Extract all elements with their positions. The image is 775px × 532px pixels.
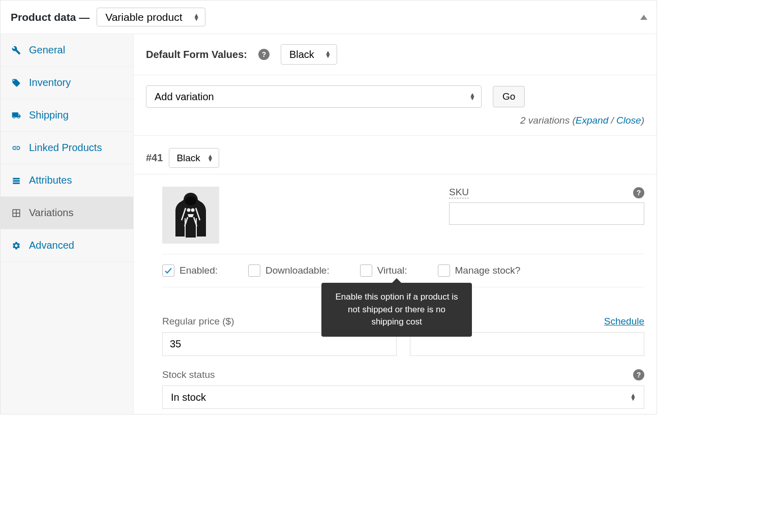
default-form-values-row: Default Form Values: ? Black ▲▼: [134, 34, 657, 75]
check-label: Downloadable:: [265, 265, 330, 276]
check-manage-stock: Manage stock?: [438, 264, 521, 277]
virtual-tooltip: Enable this option if a product is not s…: [321, 283, 472, 337]
check-enabled: Enabled:: [162, 264, 218, 277]
stock-status-label: Stock status: [162, 369, 215, 380]
product-type-wrap: Variable product ▲▼: [97, 8, 205, 26]
sidebar-item-variations[interactable]: Variations: [1, 197, 133, 229]
svg-point-5: [187, 209, 191, 212]
wrench-icon: [11, 45, 22, 56]
tag-icon: [11, 77, 22, 88]
check-label: Manage stock?: [455, 265, 521, 276]
sidebar-item-label: Advanced: [29, 240, 74, 251]
sidebar-item-label: Linked Products: [29, 142, 102, 154]
stock-select-wrap: In stock ▲▼: [162, 386, 644, 409]
schedule-link[interactable]: Schedule: [604, 316, 644, 327]
svg-marker-0: [640, 15, 647, 20]
checkbox-virtual[interactable]: [360, 264, 372, 277]
product-type-select[interactable]: Variable product: [97, 8, 205, 26]
paren-close: ): [641, 115, 644, 126]
sku-label: SKU: [449, 187, 469, 198]
stock-status-block: Stock status ? In stock ▲▼: [162, 369, 644, 409]
variation-header: #41 Black ▲▼: [134, 136, 657, 174]
gear-icon: [11, 240, 22, 251]
truck-icon: [11, 110, 22, 121]
variation-action-select-wrap: Add variation ▲▼: [146, 85, 482, 108]
grid-icon: [11, 208, 22, 219]
image-sku-row: SKU ?: [162, 187, 644, 244]
variation-action-select[interactable]: Add variation: [146, 85, 482, 108]
product-data-panel: Product data — Variable product ▲▼ Gener…: [0, 0, 657, 415]
sidebar-item-shipping[interactable]: Shipping: [1, 99, 133, 132]
variations-status: 2 variations (Expand / Close): [134, 113, 657, 136]
help-icon[interactable]: ?: [633, 369, 644, 380]
help-icon[interactable]: ?: [258, 49, 270, 60]
expand-link[interactable]: Expand: [576, 115, 608, 126]
check-virtual: Virtual:: [360, 264, 407, 277]
sidebar-item-inventory[interactable]: Inventory: [1, 67, 133, 99]
variation-action-row: Add variation ▲▼ Go: [134, 75, 657, 113]
checkbox-enabled[interactable]: [162, 264, 174, 277]
collapse-caret-icon[interactable]: [640, 13, 647, 22]
sidebar-item-label: General: [29, 44, 65, 56]
sku-block: SKU ?: [449, 187, 644, 244]
sidebar-item-label: Shipping: [29, 109, 69, 121]
panel-header: Product data — Variable product ▲▼: [1, 1, 657, 34]
sidebar: General Inventory Shipping Linked Produc…: [1, 34, 134, 414]
sidebar-item-label: Attributes: [29, 174, 72, 186]
variation-attr-wrap: Black ▲▼: [169, 148, 219, 168]
sidebar-item-label: Inventory: [29, 77, 71, 88]
variations-count: 2 variations: [520, 115, 570, 126]
main-content: Default Form Values: ? Black ▲▼ Add vari…: [134, 34, 657, 414]
close-link[interactable]: Close: [616, 115, 641, 126]
sidebar-item-attributes[interactable]: Attributes: [1, 164, 133, 197]
link-icon: [11, 142, 22, 154]
panel-title: Product data —: [11, 11, 90, 23]
sidebar-item-general[interactable]: General: [1, 34, 133, 67]
variation-image[interactable]: [162, 187, 219, 244]
check-label: Enabled:: [180, 265, 218, 276]
variation-attribute-select[interactable]: Black: [169, 148, 219, 168]
stock-label-row: Stock status ?: [162, 369, 644, 380]
checkbox-manage-stock[interactable]: [438, 264, 450, 277]
sidebar-item-linked[interactable]: Linked Products: [1, 132, 133, 164]
checks-row: Enabled: Downloadable: Virtual: Manage s…: [162, 254, 644, 287]
hoodie-icon: [170, 190, 211, 241]
sidebar-item-label: Variations: [29, 207, 73, 219]
stock-status-select[interactable]: In stock: [162, 386, 644, 409]
sidebar-item-advanced[interactable]: Advanced: [1, 229, 133, 262]
svg-point-6: [191, 209, 195, 212]
variation-body: SKU ? Enabled: Down: [134, 174, 657, 414]
default-form-select-wrap: Black ▲▼: [281, 44, 337, 65]
checkbox-downloadable[interactable]: [248, 264, 260, 277]
panel-body: General Inventory Shipping Linked Produc…: [1, 34, 657, 414]
default-form-select[interactable]: Black: [281, 44, 337, 65]
help-icon[interactable]: ?: [633, 187, 644, 198]
svg-point-4: [185, 196, 196, 205]
list-icon: [11, 175, 22, 186]
default-form-label: Default Form Values:: [146, 49, 247, 61]
regular-price-label: Regular price ($): [162, 316, 234, 327]
sku-label-row: SKU ?: [449, 187, 644, 198]
sku-input[interactable]: [449, 202, 644, 225]
check-label: Virtual:: [377, 265, 407, 276]
go-button[interactable]: Go: [493, 86, 525, 107]
variation-id: #41: [146, 152, 163, 164]
check-downloadable: Downloadable:: [248, 264, 330, 277]
